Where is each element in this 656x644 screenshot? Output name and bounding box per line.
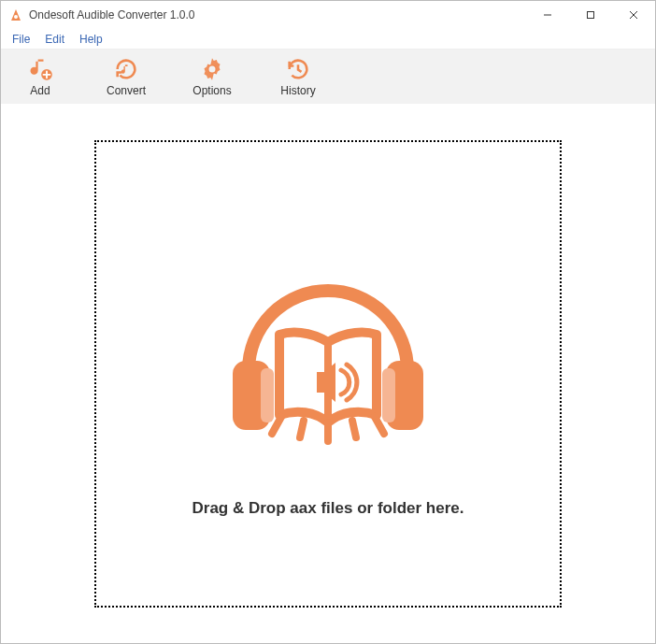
convert-icon	[113, 56, 139, 82]
svg-point-3	[209, 66, 216, 73]
menu-help[interactable]: Help	[72, 31, 110, 48]
menu-file[interactable]: File	[5, 31, 37, 48]
menu-edit[interactable]: Edit	[37, 31, 72, 48]
add-label: Add	[30, 84, 50, 97]
options-button[interactable]: Options	[182, 56, 242, 97]
dropzone-prompt: Drag & Drop aax files or folder here.	[193, 499, 464, 518]
svg-rect-5	[261, 368, 274, 422]
close-button[interactable]	[612, 1, 655, 29]
main-content: Drag & Drop aax files or folder here.	[1, 104, 655, 643]
minimize-button[interactable]	[526, 1, 569, 29]
app-icon	[8, 7, 23, 22]
titlebar: Ondesoft Audible Converter 1.0.0	[1, 1, 655, 29]
history-button[interactable]: History	[268, 56, 328, 97]
window-title: Ondesoft Audible Converter 1.0.0	[29, 8, 526, 21]
toolbar: Add Convert Options	[1, 50, 655, 104]
menubar: File Edit Help	[1, 29, 655, 50]
window-controls	[526, 1, 655, 29]
convert-button[interactable]: Convert	[96, 56, 156, 97]
svg-rect-7	[382, 368, 395, 422]
history-icon	[285, 56, 311, 82]
svg-point-0	[14, 15, 18, 19]
dropzone[interactable]: Drag & Drop aax files or folder here.	[94, 140, 562, 608]
add-button[interactable]: Add	[10, 56, 70, 97]
audiobook-headphones-icon	[207, 230, 449, 473]
convert-label: Convert	[107, 84, 146, 97]
maximize-button[interactable]	[569, 1, 612, 29]
history-label: History	[280, 84, 315, 97]
gear-icon	[199, 56, 225, 82]
options-label: Options	[193, 84, 231, 97]
svg-rect-1	[588, 12, 594, 19]
music-plus-icon	[27, 56, 53, 82]
